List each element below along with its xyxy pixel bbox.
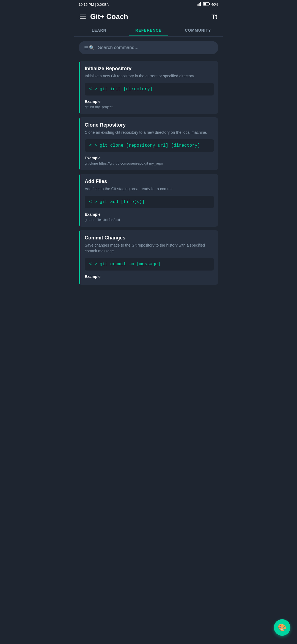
code-text: < > git clone [repository_url] [director… [89,143,200,148]
tab-learn[interactable]: LEARN [74,24,124,36]
search-bar[interactable]: ☰ 🔍 Search command... [79,41,218,54]
code-block: < > git init [directory] [85,83,214,95]
card-add: Add Files Add files to the Git staging a… [79,174,218,227]
card-title: Add Files [85,179,214,184]
svg-rect-6 [203,3,206,6]
card-description: Clone an existing Git repository to a ne… [85,130,214,135]
nav-tabs: LEARN REFERENCE COMMUNITY [74,24,223,37]
menu-button[interactable] [80,15,86,19]
hamburger-line-2 [80,17,86,17]
code-text: < > git commit -m [message] [89,262,160,267]
text-size-button[interactable]: Tt [211,13,217,20]
battery-percent: 40% [211,2,218,7]
card-title: Clone Repository [85,122,214,128]
svg-rect-3 [200,2,201,6]
hamburger-line-1 [80,15,86,15]
code-block: < > git commit -m [message] [85,258,214,271]
card-content: Commit Changes Save changes made to the … [80,230,218,285]
svg-rect-5 [209,3,210,5]
card-description: Initialize a new Git repository in the c… [85,73,214,79]
card-content: Initialize Repository Initialize a new G… [80,61,218,114]
header-left: Git+ Coach [80,12,128,21]
card-init: Initialize Repository Initialize a new G… [79,61,218,114]
tab-reference[interactable]: REFERENCE [124,24,173,36]
code-block: < > git add [file(s)] [85,196,214,208]
app-header: Git+ Coach Tt [74,9,223,24]
svg-rect-0 [197,4,198,6]
example-text: git clone https://github.com/user/repo.g… [85,161,214,165]
signal-icon [197,2,202,7]
card-content: Add Files Add files to the Git staging a… [80,174,218,227]
card-description: Add files to the Git staging area, ready… [85,186,214,192]
cards-container: Initialize Repository Initialize a new G… [74,59,223,307]
example-text: git add file1.txt file2.txt [85,218,214,222]
search-placeholder[interactable]: Search command... [98,45,138,50]
card-title: Initialize Repository [85,66,214,72]
status-right: 40% [197,2,218,7]
hamburger-line-3 [80,18,86,19]
svg-rect-1 [198,4,199,6]
example-text: git init my_project [85,105,214,109]
search-icon: ☰ 🔍 [84,45,95,50]
app-title: Git+ Coach [90,12,128,21]
status-bar: 10:16 PM | 0.0KB/s 40% [74,0,223,9]
example-label: Example [85,212,214,217]
card-clone: Clone Repository Clone an existing Git r… [79,117,218,170]
tab-community[interactable]: COMMUNITY [173,24,223,36]
card-content: Clone Repository Clone an existing Git r… [80,117,218,170]
card-commit: Commit Changes Save changes made to the … [79,230,218,285]
search-container: ☰ 🔍 Search command... [74,37,223,59]
status-time: 10:16 PM | 0.0KB/s [79,2,109,7]
example-label: Example [85,156,214,160]
code-text: < > git init [directory] [89,87,152,92]
example-label: Example [85,99,214,104]
card-title: Commit Changes [85,235,214,241]
code-text: < > git add [file(s)] [89,200,145,204]
card-description: Save changes made to the Git repository … [85,242,214,254]
svg-rect-2 [199,3,200,6]
battery-icon [203,2,210,7]
code-block: < > git clone [repository_url] [director… [85,139,214,152]
example-label: Example [85,274,214,279]
